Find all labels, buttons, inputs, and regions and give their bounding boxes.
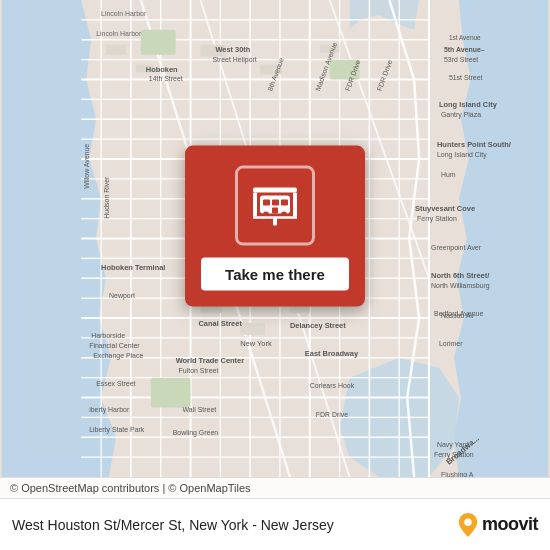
svg-rect-39 xyxy=(141,30,176,55)
svg-text:Hum: Hum xyxy=(441,171,456,178)
svg-text:Long Island City: Long Island City xyxy=(439,100,498,109)
svg-text:51st Street: 51st Street xyxy=(449,74,483,81)
svg-text:Wall Street: Wall Street xyxy=(183,406,217,413)
svg-rect-110 xyxy=(272,199,279,205)
svg-text:Delancey Street: Delancey Street xyxy=(290,321,346,330)
bottom-bar: West Houston St/Mercer St, New York - Ne… xyxy=(0,498,550,550)
svg-text:Ferry Station: Ferry Station xyxy=(417,215,457,223)
svg-text:Hunters Point South/: Hunters Point South/ xyxy=(437,140,511,149)
bus-stop-icon xyxy=(247,177,303,233)
svg-rect-42 xyxy=(106,45,126,55)
svg-text:14th Street: 14th Street xyxy=(149,75,183,82)
svg-rect-105 xyxy=(253,187,297,192)
svg-text:Lincoln Harbor: Lincoln Harbor xyxy=(101,10,147,17)
svg-text:Long Island City: Long Island City xyxy=(437,151,487,159)
svg-text:Bowling Green: Bowling Green xyxy=(173,429,219,437)
svg-rect-106 xyxy=(253,192,257,216)
svg-text:Liberty State Park: Liberty State Park xyxy=(89,426,145,434)
svg-text:Greenpoint Aver: Greenpoint Aver xyxy=(431,244,482,252)
map-area: Lincoln Harbor Lincoln Harbor Hoboken 14… xyxy=(0,0,550,477)
svg-text:Corlears Hook: Corlears Hook xyxy=(310,382,355,389)
svg-rect-107 xyxy=(293,192,297,216)
attribution-bar: © OpenStreetMap contributors | © OpenMap… xyxy=(0,477,550,498)
app: Lincoln Harbor Lincoln Harbor Hoboken 14… xyxy=(0,0,550,550)
svg-text:Street Heliport: Street Heliport xyxy=(212,56,256,64)
svg-text:Lincoln Harbor: Lincoln Harbor xyxy=(96,30,142,37)
svg-text:5th Avenue–: 5th Avenue– xyxy=(444,46,485,53)
svg-text:Financial Center: Financial Center xyxy=(89,342,140,349)
svg-text:Canal Street: Canal Street xyxy=(198,319,242,328)
svg-rect-111 xyxy=(281,199,288,205)
svg-text:Hudson River: Hudson River xyxy=(103,176,110,219)
svg-text:iberty Harbor: iberty Harbor xyxy=(89,406,130,414)
svg-rect-114 xyxy=(272,207,278,213)
moovit-logo: moovit xyxy=(458,513,538,537)
svg-point-117 xyxy=(464,518,471,525)
svg-text:North Williamsburg: North Williamsburg xyxy=(431,282,490,290)
svg-text:Lorimer: Lorimer xyxy=(439,340,463,347)
svg-text:FDR Drive: FDR Drive xyxy=(316,411,349,418)
svg-text:Hoboken: Hoboken xyxy=(146,65,178,74)
moovit-pin-icon xyxy=(458,513,478,537)
svg-text:Gantry Plaza: Gantry Plaza xyxy=(441,111,481,119)
attribution-text: © OpenStreetMap contributors | © OpenMap… xyxy=(10,482,251,494)
svg-rect-109 xyxy=(263,199,270,205)
svg-text:Essex Street: Essex Street xyxy=(96,380,135,387)
svg-text:53rd Street: 53rd Street xyxy=(444,56,478,63)
svg-text:1st Avenue: 1st Avenue xyxy=(449,34,481,41)
location-name: West Houston St/Mercer St, New York - Ne… xyxy=(12,517,458,533)
bus-icon-container xyxy=(235,165,315,245)
svg-rect-116 xyxy=(273,217,277,225)
svg-text:North 6th Street/: North 6th Street/ xyxy=(431,271,489,280)
svg-text:Harborside: Harborside xyxy=(91,332,125,339)
svg-text:New York: New York xyxy=(240,339,272,348)
svg-text:Flushing A: Flushing A xyxy=(441,471,474,477)
take-me-there-button[interactable]: Take me there xyxy=(201,257,349,290)
svg-text:Exchange Place: Exchange Place xyxy=(93,352,143,360)
svg-rect-48 xyxy=(240,323,265,335)
svg-text:Hoboken Terminal: Hoboken Terminal xyxy=(101,263,165,272)
svg-text:East Broadway: East Broadway xyxy=(305,349,359,358)
svg-text:World Trade Center: World Trade Center xyxy=(176,356,245,365)
svg-text:Newport: Newport xyxy=(109,292,135,300)
svg-text:West 30th: West 30th xyxy=(215,45,250,54)
svg-text:Stuyvesant Cove: Stuyvesant Cove xyxy=(415,204,475,213)
svg-text:Nassau Av: Nassau Av xyxy=(441,312,475,319)
svg-text:Fulton Street: Fulton Street xyxy=(179,367,219,374)
moovit-brand-text: moovit xyxy=(482,514,538,535)
svg-rect-41 xyxy=(151,378,191,408)
destination-card: Take me there xyxy=(185,145,365,306)
svg-text:Willow Avenue: Willow Avenue xyxy=(83,144,90,189)
